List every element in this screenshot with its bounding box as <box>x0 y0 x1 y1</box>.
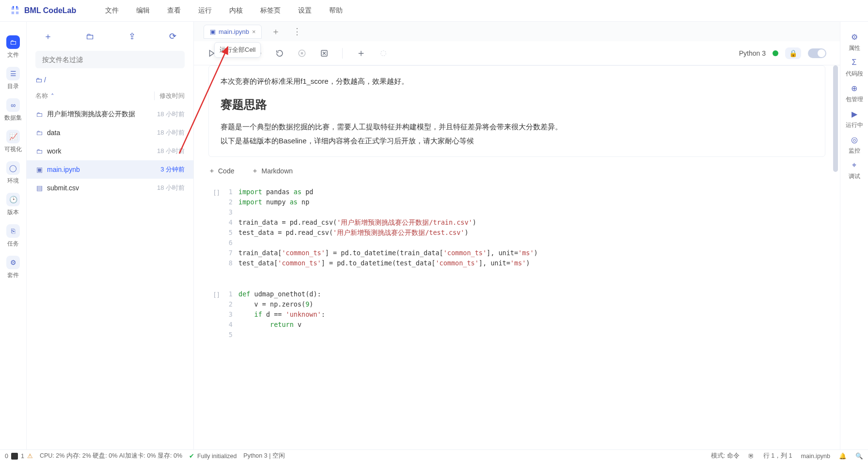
status-count-right: 1 <box>21 453 24 460</box>
search-icon[interactable]: 🔍 <box>855 452 863 460</box>
close-icon[interactable]: × <box>252 28 256 35</box>
folder-icon: 🗀 <box>35 76 42 84</box>
puzzle-icon: ⚙ <box>6 256 20 269</box>
status-kernel: Python 3 | 空闲 <box>243 452 285 460</box>
menu-内核[interactable]: 内核 <box>229 6 243 15</box>
add-cell-icon[interactable]: ＋ <box>356 46 366 60</box>
breadcrumb[interactable]: 🗀 / <box>27 73 193 87</box>
file-row[interactable]: 🗀data18 小时前 <box>27 123 193 142</box>
add-markdown-button[interactable]: ＋Markdown <box>252 167 293 175</box>
status-pos: 行 1，列 1 <box>763 452 792 460</box>
markdown-cell[interactable]: 本次竞赛的评价标准采用f1_score，分数越高，效果越好。 赛题思路 赛题是一… <box>208 65 825 157</box>
rrail-包管理[interactable]: ⊕包管理 <box>846 83 863 104</box>
code-icon: Σ <box>849 57 860 68</box>
rrail-运行中[interactable]: ▶运行中 <box>846 108 863 129</box>
upload-icon[interactable]: ⇪ <box>128 31 136 42</box>
rail-任务[interactable]: ⎘任务 <box>6 222 20 250</box>
shield-icon: ⛨ <box>748 453 755 460</box>
add-tab-button[interactable]: ＋ <box>268 26 283 37</box>
file-filter-input[interactable] <box>35 51 185 68</box>
menu-标签页[interactable]: 标签页 <box>260 6 281 15</box>
menu-帮助[interactable]: 帮助 <box>329 6 343 15</box>
top-menu: 文件编辑查看运行内核标签页设置帮助 <box>105 6 343 15</box>
rail-数据集[interactable]: ∞数据集 <box>4 96 22 124</box>
notebook-icon: ▣ <box>210 28 216 35</box>
code-line: 1import pandas as pd <box>223 187 830 197</box>
sync-icon[interactable] <box>379 49 387 57</box>
tab-more-icon[interactable]: ⋮ <box>290 26 304 37</box>
col-time[interactable]: 修改时间 <box>159 92 185 99</box>
terminal-icon[interactable] <box>11 453 18 460</box>
rail-版本[interactable]: 🕑版本 <box>6 191 20 218</box>
code-cell-2[interactable]: [ ] 1def udmap_onethot(d):2 v = np.zeros… <box>204 284 830 345</box>
rrail-监控[interactable]: ◎监控 <box>849 134 860 155</box>
tab-main[interactable]: ▣ main.ipynb × <box>204 25 262 39</box>
clear-output-icon[interactable] <box>320 49 329 58</box>
col-name[interactable]: 名称 <box>35 92 48 100</box>
add-code-button[interactable]: ＋Code <box>208 167 234 175</box>
app-title: BML CodeLab <box>24 6 76 15</box>
lock-icon[interactable]: 🔒 <box>785 47 801 59</box>
toggle-switch[interactable] <box>808 48 826 58</box>
notebook-toolbar: 运行全部Cell ＋ Python 3 🔒 <box>194 41 840 65</box>
file-row[interactable]: 🗀用户新增预测挑战赛公开数据18 小时前 <box>27 105 193 123</box>
kernel-name[interactable]: Python 3 <box>739 49 766 57</box>
restart-icon[interactable] <box>275 49 284 58</box>
code-line: 5test_data = pd.read_csv('用户新增预测挑战赛公开数据/… <box>223 228 830 238</box>
rrail-代码段[interactable]: Σ代码段 <box>846 57 863 78</box>
warning-icon[interactable]: ⚠ <box>27 452 33 460</box>
code-line: 1def udmap_onethot(d): <box>223 289 830 299</box>
md-heading: 赛题思路 <box>221 93 813 116</box>
rrail-调试[interactable]: ⌖调试 <box>849 160 860 181</box>
svg-rect-2 <box>301 52 303 54</box>
status-file: main.ipynb <box>801 453 830 460</box>
svg-point-4 <box>381 50 386 56</box>
list-icon: ☰ <box>6 67 20 80</box>
menu-查看[interactable]: 查看 <box>167 6 181 15</box>
stop-icon[interactable] <box>298 49 306 58</box>
rrail-属性[interactable]: ⚙属性 <box>849 31 860 52</box>
chart-icon: 📈 <box>6 130 20 143</box>
menu-编辑[interactable]: 编辑 <box>136 6 150 15</box>
notify-icon[interactable]: 🔔 <box>839 452 847 460</box>
run-all-tooltip: 运行全部Cell <box>214 42 261 58</box>
sort-icon[interactable]: ˄ <box>51 92 54 100</box>
rail-环境[interactable]: ◯环境 <box>6 159 20 187</box>
gear-icon: ⚙ <box>849 31 860 42</box>
code-line: 8test_data['common_ts'] = pd.to_datetime… <box>223 258 830 268</box>
file-row[interactable]: ▣main.ipynb3 分钟前 <box>27 160 193 179</box>
bug-icon: ⌖ <box>849 160 860 170</box>
status-mode: 模式: 命令 <box>711 452 740 460</box>
new-folder-icon[interactable]: 🗀 <box>86 31 95 42</box>
menu-文件[interactable]: 文件 <box>105 6 119 15</box>
resource-usage: CPU: 2% 内存: 2% 硬盘: 0% AI加速卡: 0% 显存: 0% <box>40 452 182 460</box>
rail-文件[interactable]: 🗀文件 <box>6 33 20 61</box>
code-line: 2 v = np.zeros(9) <box>223 299 830 309</box>
clock-icon: 🕑 <box>6 193 20 206</box>
code-cell-1[interactable]: [ ] 1import pandas as pd2import numpy as… <box>204 182 830 273</box>
status-count-left: 0 <box>5 453 8 460</box>
rail-目录[interactable]: ☰目录 <box>6 65 20 92</box>
task-icon: ⎘ <box>6 224 20 238</box>
folder-icon: 🗀 <box>35 110 43 118</box>
file-row[interactable]: ▤submit.csv18 小时前 <box>27 179 193 197</box>
play-icon: ▶ <box>849 108 860 119</box>
refresh-icon[interactable]: ⟳ <box>169 31 176 42</box>
db-icon: ∞ <box>6 98 20 112</box>
cell-prompt: [ ] <box>204 187 223 268</box>
menu-运行[interactable]: 运行 <box>198 6 212 15</box>
check-icon: ✔ <box>189 452 194 460</box>
cell-prompt: [ ] <box>204 289 223 340</box>
mon-icon: ◎ <box>849 134 860 145</box>
new-file-icon[interactable]: ＋ <box>44 31 52 42</box>
code-line: 4train_data = pd.read_csv('用户新增预测挑战赛公开数据… <box>223 217 830 228</box>
scrollbar[interactable] <box>833 65 838 172</box>
folder-icon: 🗀 <box>35 147 43 155</box>
app-logo: BML CodeLab <box>10 5 76 16</box>
rail-可视化[interactable]: 📈可视化 <box>4 128 22 155</box>
code-line: 2import numpy as np <box>223 197 830 207</box>
file-row[interactable]: 🗀work18 小时前 <box>27 142 193 160</box>
rail-套件[interactable]: ⚙套件 <box>6 254 20 281</box>
menu-设置[interactable]: 设置 <box>298 6 312 15</box>
folder-icon: 🗀 <box>35 129 43 137</box>
